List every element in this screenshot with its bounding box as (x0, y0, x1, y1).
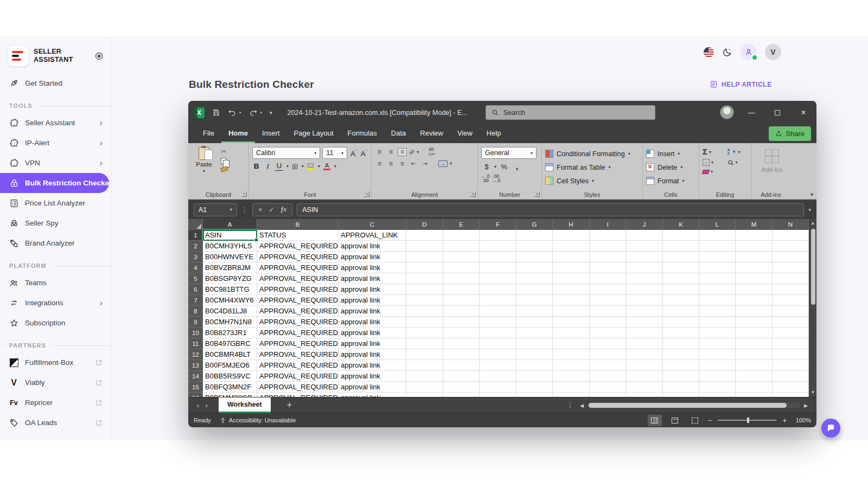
column-header-e[interactable]: E (443, 219, 480, 230)
cell-E15[interactable] (443, 382, 480, 393)
cell-D6[interactable] (406, 284, 443, 295)
cell-D5[interactable] (406, 273, 443, 284)
row-header-5[interactable]: 5 (188, 273, 203, 284)
conditional-formatting-button[interactable]: Conditional Formatting▾ (545, 147, 639, 160)
save-button[interactable] (212, 108, 220, 117)
cell-D12[interactable] (406, 349, 443, 360)
add-sheet-icon[interactable]: + (287, 400, 292, 410)
currency-format-icon[interactable]: $ (481, 163, 492, 171)
clear-icon[interactable]: ▾ (703, 169, 721, 174)
cell-N11[interactable] (773, 338, 809, 349)
cell-I4[interactable] (590, 262, 626, 273)
cell-B11[interactable]: APPROVAL_REQUIRED (257, 338, 339, 349)
ribbon-tab-help[interactable]: Help (480, 125, 508, 143)
cell-A6[interactable]: B0C981BTTG (203, 284, 257, 295)
cell-A16[interactable]: B0B5MM38GB (203, 393, 257, 397)
cell-C3[interactable]: approval link (339, 252, 406, 262)
sidebar-item-vpn[interactable]: VPN› (0, 153, 111, 173)
cell-N15[interactable] (773, 382, 809, 393)
row-header-14[interactable]: 14 (188, 371, 203, 382)
redo-button[interactable]: ▾ (249, 109, 263, 117)
cell-E7[interactable] (443, 295, 480, 306)
cell-I16[interactable] (590, 393, 626, 397)
sidebar-item-get-started[interactable]: Get Started (0, 73, 111, 93)
cell-I6[interactable] (590, 284, 626, 295)
insert-function-icon[interactable]: fx (281, 206, 286, 214)
cell-G8[interactable] (516, 306, 553, 317)
cell-B3[interactable]: APPROVAL_REQUIRED (257, 252, 339, 262)
sheet-options-icon[interactable]: ⋮ (567, 401, 573, 409)
cell-M5[interactable] (736, 273, 773, 284)
cell-B15[interactable]: APPROVAL_REQUIRED (257, 382, 339, 393)
cell-J5[interactable] (626, 273, 663, 284)
column-header-b[interactable]: B (257, 219, 339, 230)
cell-B12[interactable]: APPROVAL_REQUIRED (257, 349, 339, 360)
row-header-12[interactable]: 12 (188, 349, 203, 360)
sidebar-item-subscription[interactable]: Subscription (0, 313, 111, 333)
accessibility-status[interactable]: Accessibility: Unavailable (220, 417, 296, 424)
cell-H3[interactable] (553, 252, 590, 262)
percent-format-icon[interactable]: % (499, 163, 509, 171)
cell-K5[interactable] (663, 273, 699, 284)
middle-align-icon[interactable]: ≡ (386, 148, 395, 156)
cell-L6[interactable] (699, 284, 736, 295)
cell-D9[interactable] (406, 317, 443, 328)
cell-J10[interactable] (626, 328, 663, 338)
align-right-icon[interactable]: ≡ (398, 159, 407, 168)
cell-F8[interactable] (480, 306, 516, 317)
scroll-up-icon[interactable]: ▲ (811, 221, 815, 226)
cell-K2[interactable] (663, 241, 699, 252)
cell-H13[interactable] (553, 360, 590, 371)
sidebar-item-brand-analyzer[interactable]: Brand Analyzer (0, 233, 111, 253)
cell-I9[interactable] (590, 317, 626, 328)
cell-H5[interactable] (553, 273, 590, 284)
cell-H9[interactable] (553, 317, 590, 328)
cell-A9[interactable]: B0CMH7N1N8 (203, 317, 257, 328)
paste-button[interactable]: Paste ▾ (192, 147, 216, 174)
cell-J2[interactable] (626, 241, 663, 252)
cell-G1[interactable] (516, 230, 553, 241)
cell-L4[interactable] (699, 262, 736, 273)
excel-titlebar[interactable]: X ▾ ▾ ▾ 2024-10-21-Test-amazon.com.xls [… (188, 101, 816, 124)
cell-J3[interactable] (626, 252, 663, 262)
row-header-8[interactable]: 8 (188, 306, 203, 317)
shrink-font-icon[interactable]: Aˇ (360, 147, 368, 158)
cell-D8[interactable] (406, 306, 443, 317)
help-article-link[interactable]: HELP ARTICLE (710, 80, 772, 88)
collapse-ribbon-icon[interactable]: ▾ (810, 191, 813, 197)
cell-G7[interactable] (516, 295, 553, 306)
cell-A1[interactable]: ASIN (203, 230, 257, 241)
autosum-icon[interactable]: Σ▾ (703, 148, 721, 156)
cell-E11[interactable] (443, 338, 480, 349)
cell-N4[interactable] (773, 262, 809, 273)
cell-L14[interactable] (699, 371, 736, 382)
cell-N16[interactable] (773, 393, 809, 397)
formula-bar-handle-icon[interactable]: ⋮ (241, 206, 248, 214)
fill-down-icon[interactable]: ↓▾ (703, 159, 721, 166)
cell-F4[interactable] (480, 262, 516, 273)
sidebar-item-ip-alert[interactable]: IP-Alert› (0, 133, 111, 153)
cell-N1[interactable] (773, 230, 809, 241)
cell-I5[interactable] (590, 273, 626, 284)
cell-I15[interactable] (590, 382, 626, 393)
cell-A15[interactable]: B0BFQ3MN2F (203, 382, 257, 393)
cell-F6[interactable] (480, 284, 516, 295)
cell-K11[interactable] (663, 338, 699, 349)
cell-D10[interactable] (406, 328, 443, 338)
formula-input[interactable]: ASIN (297, 203, 804, 216)
cell-E5[interactable] (443, 273, 480, 284)
ribbon-tab-formulas[interactable]: Formulas (341, 125, 384, 143)
page-break-view-button[interactable] (688, 415, 702, 426)
dialog-launcher-icon[interactable]: ↘ (534, 191, 540, 197)
cell-I2[interactable] (590, 241, 626, 252)
cell-J8[interactable] (626, 306, 663, 317)
cell-A12[interactable]: B0CBMR4BLT (203, 349, 257, 360)
maximize-button[interactable] (764, 101, 790, 124)
sidebar-item-price-list-analyzer[interactable]: Price List Analyzer (0, 193, 111, 213)
cell-A14[interactable]: B0BB5RS9VC (203, 371, 257, 382)
column-header-l[interactable]: L (699, 219, 736, 230)
close-button[interactable]: × (790, 101, 816, 124)
row-header-1[interactable]: 1 (188, 230, 203, 241)
cell-M9[interactable] (736, 317, 773, 328)
sidebar-item-seller-assistant[interactable]: Seller Assistant› (0, 113, 111, 133)
